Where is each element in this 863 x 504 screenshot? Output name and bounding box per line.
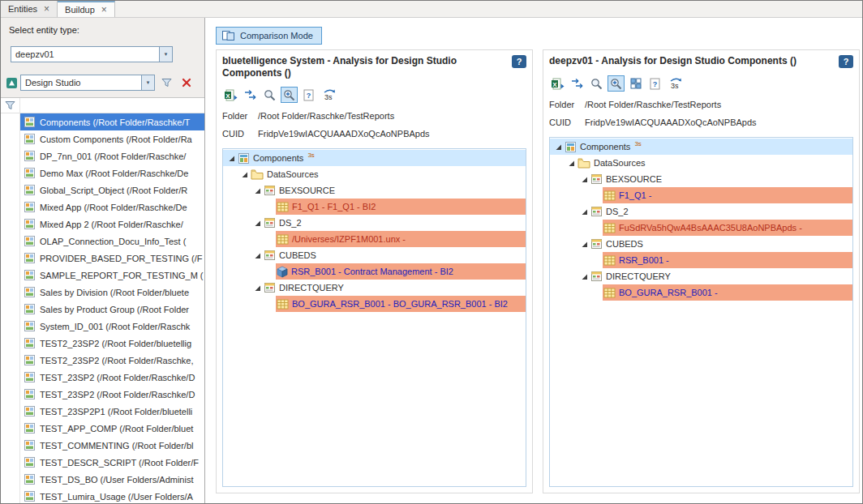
list-item[interactable]: Mixed App (/Root Folder/Raschke/De <box>20 199 204 216</box>
cuid-value: FridpVe19wIACQUAAADXoQcAoNPBApds <box>258 128 430 140</box>
list-item[interactable]: TEST2_23SP2 (/Root Folder/Raschke, <box>20 352 204 369</box>
expand-arrow-icon[interactable] <box>579 208 590 216</box>
list-item[interactable]: Custom Components (/Root Folder/Ra <box>20 130 204 147</box>
expand-arrow-icon[interactable] <box>226 155 237 162</box>
list-item-label: Custom Components (/Root Folder/Ra <box>40 135 192 144</box>
list-item[interactable]: SAMPLE_REPORT_FOR_TESTING_M ( <box>20 267 204 284</box>
transfer-button[interactable] <box>569 75 586 92</box>
entity-icon <box>24 371 36 383</box>
list-item[interactable]: PROVIDER_BASED_FOR_TESTING (/F <box>20 250 204 267</box>
list-item[interactable]: TEST_23SP2P1 (/Root Folder/bluetelli <box>20 403 204 420</box>
list-item[interactable]: Sales by Division (/Root Folder/bluete <box>20 284 204 301</box>
right-tree: Components3sDataSourcesBEXSOURCEF1_Q1 -D… <box>549 137 853 487</box>
entity-icon <box>24 405 36 417</box>
tree-item[interactable]: BEXSOURCE <box>550 171 852 187</box>
doc-question-button[interactable]: ? <box>646 75 663 92</box>
tab-label: Buildup <box>65 5 95 15</box>
close-icon[interactable]: × <box>44 4 49 14</box>
system-dropdown[interactable]: deepzv01 ▼ <box>11 46 173 62</box>
tree-item[interactable]: /Universes/IZPF1M001.unx - <box>223 231 526 247</box>
tree-item[interactable]: DS_2 <box>223 215 526 231</box>
expand-arrow-icon[interactable] <box>579 241 590 248</box>
tree-item[interactable]: DS_2 <box>550 203 852 220</box>
expand-arrow-icon[interactable] <box>579 273 590 280</box>
expand-arrow-icon[interactable] <box>579 176 590 183</box>
zoom-button[interactable] <box>261 87 278 103</box>
tree-item[interactable]: F1_Q1 - <box>550 187 852 203</box>
table-icon <box>277 234 289 245</box>
list-item[interactable]: OLAP_Connection_Docu_Info_Test ( <box>20 233 204 250</box>
expand-arrow-icon[interactable] <box>252 252 263 259</box>
tree-item[interactable]: DIRECTQUERY <box>223 280 526 296</box>
tree-item[interactable]: BO_GURA_RSR_B001 - <box>550 284 852 301</box>
left-tree: Components3sDataSourcesBEXSOURCEF1_Q1 - … <box>222 148 526 487</box>
tree-item[interactable]: DataSources <box>550 155 852 171</box>
tree-item[interactable]: CUBEDS <box>223 247 526 263</box>
list-item[interactable]: TEST_23SP2 (/Root Folder/Raschke/D <box>20 369 204 386</box>
tree-item[interactable]: BO_GURA_RSR_B001 - BO_GURA_RSR_B001 - BI… <box>223 296 526 312</box>
list-item[interactable]: TEST_DESCR_SCRIPT (/Root Folder/F <box>20 454 204 471</box>
entity-type-dropdown[interactable]: Design Studio ▼ <box>20 75 155 91</box>
filter-settings-button[interactable] <box>157 75 175 91</box>
list-item[interactable]: TEST_COMMENTING (/Root Folder/bl <box>20 437 204 454</box>
grid-view-button[interactable] <box>627 75 644 92</box>
list-item[interactable]: Components (/Root Folder/Raschke/T <box>20 113 204 130</box>
zoom-selected-button[interactable] <box>608 75 625 92</box>
tree-item[interactable]: FuSdRVa5hQwA4BsAAAC35U8AoNPBApds - <box>550 220 852 236</box>
chevron-down-icon[interactable]: ▼ <box>141 75 154 90</box>
entity-icon <box>24 354 36 366</box>
doc-question-button[interactable]: ? <box>300 87 317 103</box>
entity-icon <box>24 337 36 349</box>
tree-item[interactable]: RSR_B001 - Contract Management - BI2 <box>223 263 526 280</box>
list-item[interactable]: Sales by Product Group (/Root Folder <box>20 301 204 318</box>
list-item[interactable]: Mixed App 2 (/Root Folder/Raschke/ <box>20 216 204 233</box>
tab-entities[interactable]: Entities× <box>1 1 58 17</box>
help-icon[interactable]: ? <box>512 55 526 68</box>
tree-item[interactable]: Components3s <box>223 150 526 166</box>
expand-arrow-icon[interactable] <box>252 187 263 194</box>
tree-item[interactable]: BEXSOURCE <box>223 182 526 199</box>
list-item[interactable]: System_ID_001 (/Root Folder/Raschk <box>20 318 204 335</box>
refresh-3s-button[interactable]: 3s <box>666 75 685 92</box>
close-icon[interactable]: × <box>101 5 107 15</box>
tree-item[interactable]: CUBEDS <box>550 236 852 252</box>
list-item[interactable]: TEST_Lumira_Usage (/User Folders/A <box>20 488 204 503</box>
zoom-button[interactable] <box>588 75 605 92</box>
list-item[interactable]: TEST2_23SP2 (/Root Folder/bluetellig <box>20 335 204 352</box>
datasource-icon <box>590 238 603 250</box>
app-window: Entities×Buildup× Select entity type: de… <box>0 0 863 504</box>
expand-arrow-icon[interactable] <box>566 160 577 167</box>
tree-item[interactable]: Components3s <box>550 139 852 155</box>
tree-item[interactable]: F1_Q1 - F1_Q1 - BI2 <box>223 199 526 215</box>
list-item[interactable]: Demo Max (/Root Folder/Raschke/De <box>20 164 204 182</box>
expand-arrow-icon[interactable] <box>239 171 250 178</box>
tree-item[interactable]: DIRECTQUERY <box>550 268 852 284</box>
help-icon[interactable]: ? <box>839 55 853 68</box>
list-item[interactable]: TEST_23SP2 (/Root Folder/Raschke/D <box>20 386 204 403</box>
comparison-mode-button[interactable]: Comparison Mode <box>216 27 322 45</box>
list-item[interactable]: TEST_APP_COMP (/Root Folder/bluet <box>20 420 204 437</box>
zoom-selected-button[interactable] <box>281 87 298 103</box>
list-item[interactable]: TEST_DS_BO (/User Folders/Administ <box>20 471 204 488</box>
datasource-icon <box>264 217 276 229</box>
tree-item[interactable]: DataSources <box>223 166 526 182</box>
tab-buildup[interactable]: Buildup× <box>58 1 115 17</box>
transfer-button[interactable] <box>242 87 259 103</box>
filter-row[interactable] <box>1 98 204 113</box>
sidebar: Select entity type: deepzv01 ▼ Design St… <box>1 18 205 503</box>
list-item[interactable]: DP_7nn_001 (/Root Folder/Raschke/ <box>20 147 204 164</box>
main-area: Comparison Mode bluetelligence System - … <box>206 18 862 503</box>
entity-icon <box>24 439 36 451</box>
export-excel-button[interactable]: X <box>222 87 239 103</box>
expand-arrow-icon[interactable] <box>553 143 564 151</box>
expand-arrow-icon[interactable] <box>252 220 263 227</box>
expand-arrow-icon[interactable] <box>252 284 263 292</box>
refresh-3s-button[interactable]: 3s <box>320 87 338 103</box>
export-excel-button[interactable]: X <box>549 75 566 92</box>
list-item[interactable]: Global_Script_Object (/Root Folder/R <box>20 182 204 199</box>
clear-filter-button[interactable] <box>178 75 195 91</box>
chevron-down-icon[interactable]: ▼ <box>159 47 172 62</box>
tree-item[interactable]: RSR_B001 - <box>550 252 852 268</box>
table-icon <box>277 202 289 212</box>
right-toolbar: X?3s <box>549 75 853 92</box>
